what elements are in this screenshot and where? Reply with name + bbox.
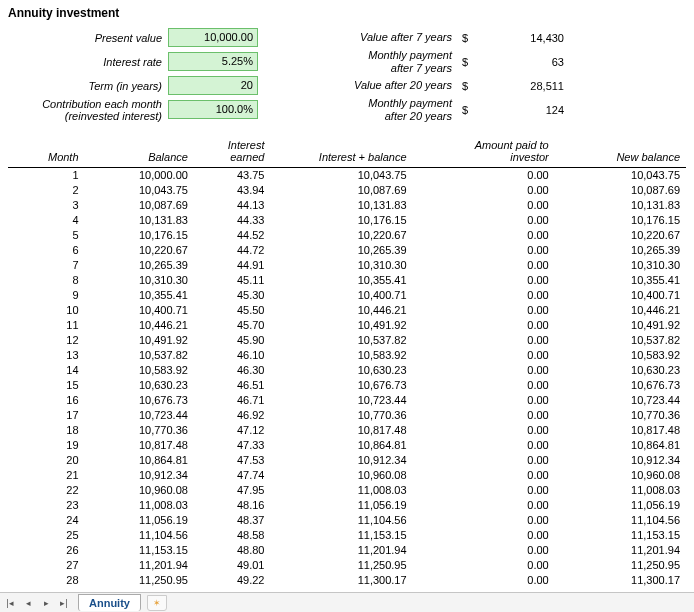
cell[interactable]: 10,131.83 [555,198,686,213]
cell[interactable]: 0.00 [413,558,555,573]
cell[interactable]: 48.58 [194,528,271,543]
cell[interactable]: 11,250.95 [555,558,686,573]
table-row[interactable]: 2110,912.3447.7410,960.080.0010,960.08 [8,468,686,483]
cell[interactable]: 0.00 [413,498,555,513]
cell[interactable]: 11 [8,318,85,333]
cell[interactable]: 44.91 [194,258,271,273]
table-row[interactable]: 810,310.3045.1110,355.410.0010,355.41 [8,273,686,288]
cell[interactable]: 10,446.21 [270,303,412,318]
cell[interactable]: 2 [8,183,85,198]
cell[interactable]: 11,056.19 [85,513,194,528]
cell[interactable]: 45.70 [194,318,271,333]
cell[interactable]: 47.12 [194,423,271,438]
cell[interactable]: 24 [8,513,85,528]
cell[interactable]: 10,770.36 [85,423,194,438]
cell[interactable]: 0.00 [413,213,555,228]
cell[interactable]: 10,000.00 [85,167,194,183]
next-sheet-icon[interactable]: ▸ [38,595,54,611]
cell[interactable]: 19 [8,438,85,453]
cell[interactable]: 0.00 [413,348,555,363]
cell[interactable]: 0.00 [413,333,555,348]
cell[interactable]: 10,960.08 [555,468,686,483]
cell[interactable]: 10,630.23 [270,363,412,378]
cell[interactable]: 48.37 [194,513,271,528]
cell[interactable]: 0.00 [413,453,555,468]
cell[interactable]: 28 [8,573,85,588]
cell[interactable]: 0.00 [413,513,555,528]
cell[interactable]: 20 [8,453,85,468]
cell[interactable]: 10,220.67 [270,228,412,243]
cell[interactable]: 10,220.67 [85,243,194,258]
cell[interactable]: 10,676.73 [85,393,194,408]
cell[interactable]: 45.50 [194,303,271,318]
table-row[interactable]: 1610,676.7346.7110,723.440.0010,723.44 [8,393,686,408]
table-row[interactable]: 2611,153.1548.8011,201.940.0011,201.94 [8,543,686,558]
table-row[interactable]: 110,000.0043.7510,043.750.0010,043.75 [8,167,686,183]
cell[interactable]: 10,087.69 [85,198,194,213]
cell[interactable]: 46.71 [194,393,271,408]
table-row[interactable]: 1710,723.4446.9210,770.360.0010,770.36 [8,408,686,423]
table-row[interactable]: 2311,008.0348.1611,056.190.0011,056.19 [8,498,686,513]
cell[interactable]: 10,355.41 [270,273,412,288]
table-row[interactable]: 2210,960.0847.9511,008.030.0011,008.03 [8,483,686,498]
table-row[interactable]: 2811,250.9549.2211,300.170.0011,300.17 [8,573,686,588]
cell[interactable]: 0.00 [413,228,555,243]
cell[interactable]: 26 [8,543,85,558]
cell[interactable]: 44.13 [194,198,271,213]
cell[interactable]: 21 [8,468,85,483]
cell[interactable]: 0.00 [413,318,555,333]
table-row[interactable]: 310,087.6944.1310,131.830.0010,131.83 [8,198,686,213]
cell[interactable]: 10,960.08 [270,468,412,483]
cell[interactable]: 10,220.67 [555,228,686,243]
cell[interactable]: 10,770.36 [270,408,412,423]
cell[interactable]: 10,176.15 [85,228,194,243]
first-sheet-icon[interactable]: |◂ [2,595,18,611]
cell[interactable]: 10,630.23 [85,378,194,393]
cell[interactable]: 10,131.83 [270,198,412,213]
cell[interactable]: 10,770.36 [555,408,686,423]
cell[interactable]: 10,491.92 [270,318,412,333]
table-row[interactable]: 2010,864.8147.5310,912.340.0010,912.34 [8,453,686,468]
cell[interactable]: 10,043.75 [270,167,412,183]
cell[interactable]: 1 [8,167,85,183]
cell[interactable]: 46.10 [194,348,271,363]
cell[interactable]: 10,265.39 [85,258,194,273]
cell[interactable]: 47.74 [194,468,271,483]
cell[interactable]: 10,310.30 [555,258,686,273]
cell[interactable]: 49.01 [194,558,271,573]
cell[interactable]: 11,201.94 [270,543,412,558]
cell[interactable]: 16 [8,393,85,408]
cell[interactable]: 10,583.92 [555,348,686,363]
cell[interactable]: 46.51 [194,378,271,393]
cell[interactable]: 14 [8,363,85,378]
cell[interactable]: 45.11 [194,273,271,288]
cell[interactable]: 10,265.39 [555,243,686,258]
cell[interactable]: 10,265.39 [270,243,412,258]
cell[interactable]: 11,008.03 [270,483,412,498]
cell[interactable]: 10,676.73 [555,378,686,393]
cell[interactable]: 10,176.15 [270,213,412,228]
cell[interactable]: 11,153.15 [270,528,412,543]
last-sheet-icon[interactable]: ▸| [56,595,72,611]
cell[interactable]: 10,723.44 [270,393,412,408]
cell[interactable]: 10,491.92 [555,318,686,333]
input-contribution[interactable]: 100.0% [168,100,258,119]
cell[interactable]: 0.00 [413,273,555,288]
cell[interactable]: 25 [8,528,85,543]
cell[interactable]: 10,817.48 [85,438,194,453]
input-term[interactable]: 20 [168,76,258,95]
cell[interactable]: 11,201.94 [85,558,194,573]
cell[interactable]: 10,087.69 [555,183,686,198]
cell[interactable]: 0.00 [413,528,555,543]
cell[interactable]: 47.95 [194,483,271,498]
cell[interactable]: 18 [8,423,85,438]
cell[interactable]: 10,400.71 [85,303,194,318]
cell[interactable]: 43.75 [194,167,271,183]
cell[interactable]: 47.53 [194,453,271,468]
cell[interactable]: 0.00 [413,183,555,198]
cell[interactable]: 10,310.30 [270,258,412,273]
table-row[interactable]: 410,131.8344.3310,176.150.0010,176.15 [8,213,686,228]
cell[interactable]: 22 [8,483,85,498]
sheet-tab-annuity[interactable]: Annuity [78,594,141,611]
cell[interactable]: 10,864.81 [270,438,412,453]
